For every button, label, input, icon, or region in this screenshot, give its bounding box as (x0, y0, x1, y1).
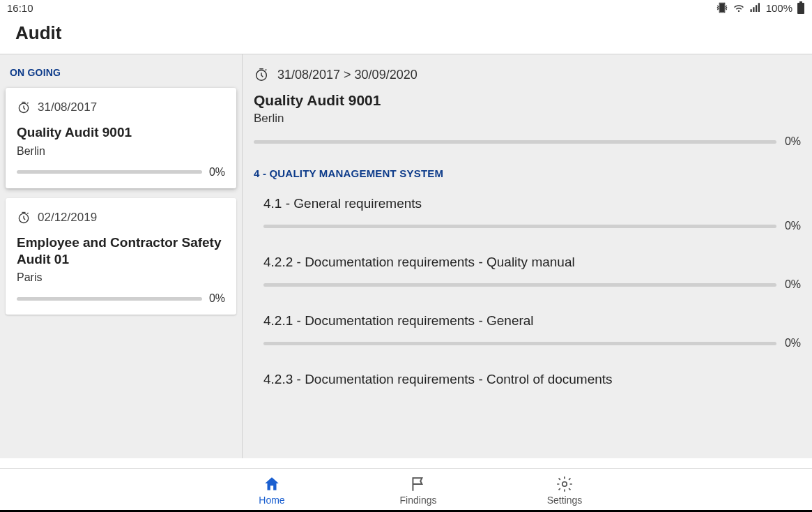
card-date: 02/12/2019 (38, 211, 97, 225)
main-progress-pct: 0% (785, 135, 801, 148)
requirement-item[interactable]: 4.2.2 - Documentation requirements - Qua… (263, 255, 801, 291)
nav-label: Findings (400, 495, 437, 506)
main-title: Quality Audit 9001 (254, 92, 801, 109)
requirement-progress-bar (263, 342, 776, 345)
vibrate-icon (716, 1, 728, 14)
card-progress-pct: 0% (209, 292, 225, 305)
audit-card[interactable]: 31/08/2017 Quality Audit 9001 Berlin 0% (6, 88, 236, 188)
status-icons: 100% (716, 1, 805, 14)
requirement-title: 4.1 - General requirements (263, 196, 801, 211)
clock-icon (17, 100, 31, 114)
app-title: Audit (0, 15, 812, 54)
main-section-label: 4 - QUALITY MANAGEMENT SYSTEM (254, 167, 801, 179)
card-progress-row: 0% (17, 292, 225, 305)
card-location: Paris (17, 271, 225, 284)
audit-card[interactable]: 02/12/2019 Employee and Contractor Safet… (6, 198, 236, 315)
requirement-progress-bar (263, 283, 776, 287)
card-progress-row: 0% (17, 166, 225, 179)
requirements-list: 4.1 - General requirements 0% 4.2.2 - Do… (254, 196, 801, 387)
nav-label: Home (259, 495, 284, 506)
battery-label: 100% (766, 2, 792, 14)
svg-rect-0 (720, 3, 724, 12)
card-progress-bar (17, 297, 202, 301)
requirement-progress-row: 0% (263, 220, 801, 232)
requirement-title: 4.2.2 - Documentation requirements - Qua… (263, 255, 801, 270)
main-location: Berlin (254, 112, 801, 126)
card-progress-pct: 0% (209, 166, 225, 179)
requirement-title: 4.2.3 - Documentation requirements - Con… (263, 372, 801, 387)
main-panel: 31/08/2017 > 30/09/2020 Quality Audit 90… (243, 54, 812, 458)
sidebar: ON GOING 31/08/2017 Quality Audit 9001 B… (0, 54, 243, 458)
requirement-title: 4.2.1 - Documentation requirements - Gen… (263, 313, 801, 329)
nav-findings[interactable]: Findings (390, 475, 446, 506)
requirement-progress-row: 0% (263, 337, 801, 349)
status-time: 16:10 (7, 2, 33, 14)
main-date-row: 31/08/2017 > 30/09/2020 (254, 67, 801, 82)
battery-icon (797, 1, 805, 14)
card-date: 31/08/2017 (38, 100, 97, 114)
bottom-nav: Home Findings Settings (0, 468, 812, 512)
card-progress-bar (17, 170, 202, 174)
nav-label: Settings (547, 495, 583, 506)
requirement-progress-pct: 0% (785, 337, 801, 349)
home-icon (263, 475, 281, 493)
requirement-progress-pct: 0% (785, 278, 801, 291)
card-location: Berlin (17, 145, 225, 158)
clock-icon (254, 67, 269, 82)
main-date-range: 31/08/2017 > 30/09/2020 (277, 68, 418, 82)
wifi-icon (733, 1, 745, 14)
status-bar: 16:10 100% (0, 0, 812, 15)
requirement-item[interactable]: 4.2.1 - Documentation requirements - Gen… (263, 313, 801, 349)
main-progress-row: 0% (254, 135, 801, 148)
requirement-progress-row: 0% (263, 278, 801, 291)
requirement-item[interactable]: 4.1 - General requirements 0% (263, 196, 801, 232)
flag-icon (409, 475, 427, 493)
sidebar-section-label: ON GOING (10, 67, 232, 78)
svg-rect-1 (797, 3, 804, 14)
card-title: Quality Audit 9001 (17, 124, 225, 141)
card-date-row: 31/08/2017 (17, 100, 225, 114)
nav-home[interactable]: Home (244, 475, 300, 506)
main-progress-bar (254, 140, 776, 144)
clock-icon (17, 211, 31, 225)
requirement-item[interactable]: 4.2.3 - Documentation requirements - Con… (263, 372, 801, 387)
svg-point-6 (562, 482, 567, 487)
card-date-row: 02/12/2019 (17, 211, 225, 225)
requirement-progress-bar (263, 225, 776, 228)
signal-icon (749, 1, 762, 14)
requirement-progress-pct: 0% (785, 220, 801, 232)
gear-icon (556, 475, 574, 493)
svg-rect-2 (799, 1, 802, 3)
nav-settings[interactable]: Settings (537, 475, 592, 506)
card-title: Employee and Contractor Safety Audit 01 (17, 234, 225, 268)
